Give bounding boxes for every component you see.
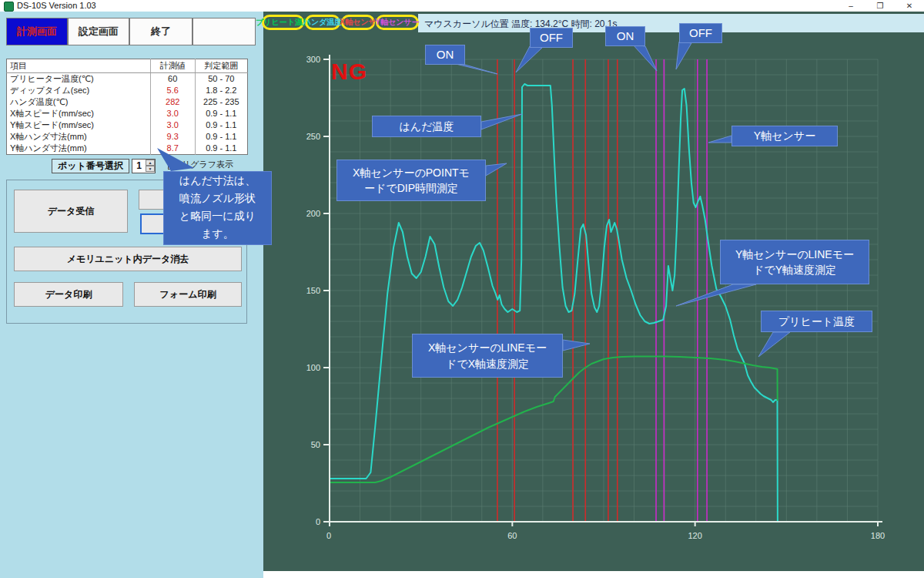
- tab-exit[interactable]: 終了: [129, 18, 192, 45]
- app-window: DS-10S Version 1.03 – ❐ ✕ 計測画面 設定画面 終了 項…: [0, 0, 924, 578]
- svg-text:150: 150: [306, 286, 320, 295]
- table-row: プリヒーター温度(℃)6050 - 70: [7, 73, 248, 86]
- tab-measure[interactable]: 計測画面: [6, 18, 68, 45]
- data-receive-button[interactable]: データ受信: [14, 190, 128, 233]
- legend-y-sensor[interactable]: Y軸センサー: [376, 15, 419, 30]
- table-row: X軸スピード(mm/sec)3.00.9 - 1.1: [7, 108, 248, 119]
- svg-text:50: 50: [311, 440, 320, 449]
- memory-clear-button[interactable]: メモリユニット内データ消去: [14, 247, 242, 271]
- table-row: ハンダ温度(℃)282225 - 235: [7, 96, 248, 108]
- svg-text:250: 250: [306, 132, 320, 141]
- app-icon: [4, 2, 14, 12]
- temperature-chart[interactable]: 050100150200250300060120180: [263, 12, 924, 571]
- table-row: Y軸スピード(mm/sec)3.00.9 - 1.1: [7, 119, 248, 131]
- callout-y-sensor: Y軸センサー: [732, 126, 838, 146]
- table-header: 項目 計測値 判定範囲: [7, 59, 248, 73]
- window-title: DS-10S Version 1.03: [17, 1, 96, 10]
- table-row: ディップタイム(sec)5.61.8 - 2.2: [7, 85, 248, 96]
- callout-off1: OFF: [530, 28, 573, 48]
- legend-preheat[interactable]: プリヒート温度: [262, 15, 304, 30]
- svg-text:180: 180: [871, 531, 885, 540]
- pot-number-value: 1: [132, 160, 146, 173]
- legend-solder[interactable]: ハンダ温度: [305, 15, 340, 30]
- callout-preheat-temp: プリヒート温度: [761, 311, 872, 332]
- close-button[interactable]: ✕: [895, 0, 924, 12]
- svg-text:300: 300: [306, 55, 320, 64]
- status-strip: マウスカーソル位置 温度: 134.2°C 時間: 20.1s: [418, 14, 924, 32]
- callout-x-point-mode: X軸センサーのPOINTモ ードでDIP時間測定: [336, 160, 486, 201]
- svg-text:200: 200: [306, 209, 320, 218]
- measurement-table: 項目 計測値 判定範囲 プリヒーター温度(℃)6050 - 70 ディップタイム…: [6, 59, 248, 155]
- table-row: Y軸ハンダ寸法(mm)8.70.9 - 1.1: [7, 143, 248, 155]
- restore-button[interactable]: ❐: [865, 0, 895, 12]
- svg-text:120: 120: [688, 531, 701, 540]
- data-print-button[interactable]: データ印刷: [14, 282, 123, 307]
- svg-text:60: 60: [507, 531, 517, 540]
- form-print-button[interactable]: フォーム印刷: [134, 282, 242, 307]
- callout-y-line-mode: Y軸センサーのLINEモー ドでY軸速度測定: [720, 240, 869, 284]
- svg-text:0: 0: [316, 517, 320, 526]
- mouse-position-status: マウスカーソル位置 温度: 134.2°C 時間: 20.1s: [424, 18, 618, 31]
- ng-flag: NG: [331, 59, 367, 85]
- legend-x-sensor[interactable]: X軸センサ: [341, 15, 375, 30]
- callout-on2: ON: [605, 26, 645, 46]
- svg-text:100: 100: [306, 363, 320, 372]
- pot-number-label: ポット番号選択: [52, 159, 129, 173]
- callout-solder-temp: はんだ温度: [372, 116, 481, 137]
- tab-blank: [192, 18, 256, 45]
- callout-on1: ON: [425, 45, 465, 65]
- svg-text:0: 0: [326, 531, 331, 540]
- solder-size-tooltip: はんだ寸法は、 噴流ノズル形状 と略同一に成り ます。: [163, 171, 272, 245]
- tab-settings[interactable]: 設定画面: [68, 18, 129, 45]
- callout-x-line-mode: X軸センサーのLINEモー ドでX軸速度測定: [412, 334, 563, 378]
- minimize-button[interactable]: –: [836, 0, 865, 12]
- callout-off2: OFF: [679, 23, 722, 43]
- table-row: X軸ハンダ寸法(mm)9.30.9 - 1.1: [7, 131, 248, 143]
- title-bar: DS-10S Version 1.03 – ❐ ✕: [0, 0, 924, 12]
